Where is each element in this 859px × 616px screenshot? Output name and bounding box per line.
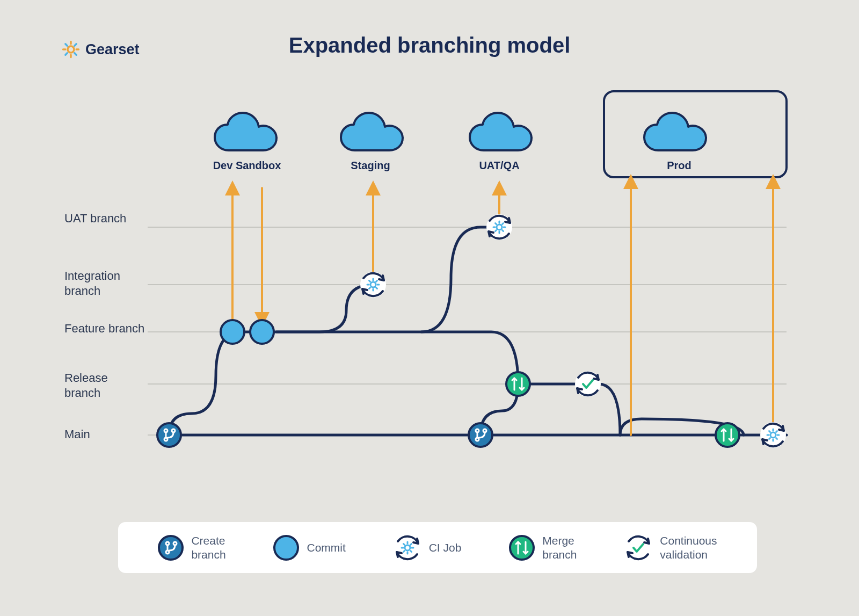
branching-diagram: [51, 75, 792, 489]
legend-merge: Merge branch: [509, 534, 577, 561]
node-create-release: [469, 423, 492, 447]
node-ci-staging: [360, 272, 386, 298]
node-create-feature: [157, 423, 181, 447]
node-merge-main: [716, 423, 739, 447]
merge-branch-icon: [509, 535, 535, 561]
cloud-staging-icon: [341, 113, 403, 150]
continuous-validation-icon: [624, 534, 652, 562]
node-commit-1: [221, 320, 244, 344]
node-cv-release: [575, 371, 601, 397]
legend: Create branch Commit CI Job Merge branch…: [118, 522, 757, 573]
cloud-dev-icon: [215, 113, 276, 150]
node-ci-uat: [486, 214, 512, 240]
commit-icon: [273, 535, 299, 561]
node-commit-2: [250, 320, 274, 344]
ci-job-icon: [394, 534, 421, 562]
legend-commit: Commit: [273, 535, 345, 561]
node-merge-release: [506, 372, 530, 396]
diagram-title: Expanded branching model: [0, 33, 859, 57]
cloud-uat-icon: [470, 113, 532, 150]
legend-cv: Continuous validation: [624, 534, 717, 562]
legend-ci: CI Job: [394, 534, 462, 562]
create-branch-icon: [158, 535, 184, 561]
node-ci-prod: [760, 422, 786, 448]
cloud-prod-icon: [644, 113, 706, 150]
legend-create: Create branch: [158, 534, 225, 561]
